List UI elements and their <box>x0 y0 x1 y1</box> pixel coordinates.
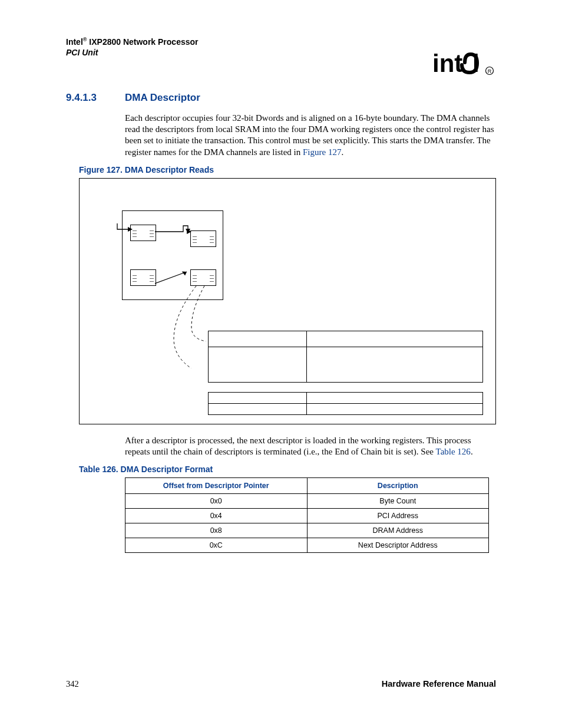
fig-table2-r2c2 <box>306 403 483 415</box>
table-row: 0xC Next Descriptor Address <box>125 538 489 553</box>
svg-text:R: R <box>488 68 492 74</box>
fig-table2-r1c1 <box>208 392 307 404</box>
fig-table2-r2c1 <box>208 403 307 415</box>
dma-descriptor-format-table: Offset from Descriptor Pointer Descripti… <box>125 477 489 553</box>
table-cell: 0x0 <box>125 494 308 509</box>
arrow-1 <box>115 221 133 233</box>
page-number: 342 <box>66 679 79 689</box>
fig-table1-r1c2 <box>306 331 483 347</box>
header-title: Intel® IXP2800 Network Processor PCI Uni… <box>66 37 496 58</box>
page-footer: 342 Hardware Reference Manual <box>66 679 496 689</box>
svg-line-7 <box>155 272 187 284</box>
table-cell: 0x4 <box>125 509 308 523</box>
table-cell: 0x8 <box>125 523 308 538</box>
manual-title: Hardware Reference Manual <box>382 679 496 689</box>
table-caption: Table 126. DMA Descriptor Format <box>79 465 496 474</box>
paragraph-1: Each descriptor occupies four 32-bit Dwo… <box>125 113 496 158</box>
table-cell: PCI Address <box>307 509 489 523</box>
header-line1-prefix: Intel <box>66 37 83 47</box>
table-cell: DRAM Address <box>307 523 489 538</box>
intel-logo: int l R <box>432 48 496 83</box>
fig-table1-r3c2 <box>306 368 483 383</box>
table-row: 0x8 DRAM Address <box>125 523 489 538</box>
fig-table1-r2c2 <box>306 347 483 369</box>
section-title: DMA Descriptor <box>125 92 200 103</box>
table-cell: 0xC <box>125 538 308 553</box>
section-number: 9.4.1.3 <box>66 92 125 104</box>
register-box-4 <box>190 269 216 286</box>
table-header-offset: Offset from Descriptor Pointer <box>125 478 308 494</box>
arrow-2 <box>155 221 196 239</box>
page-header: Intel® IXP2800 Network Processor PCI Uni… <box>66 37 496 90</box>
register-box-3 <box>130 269 156 286</box>
fig-table1-r3c1 <box>208 368 307 383</box>
svg-text:int: int <box>432 50 462 77</box>
para2-text: After a descriptor is processed, the nex… <box>125 436 471 456</box>
para2-tail: . <box>471 447 473 456</box>
figure-caption: Figure 127. DMA Descriptor Reads <box>79 165 496 174</box>
table-row: 0x0 Byte Count <box>125 494 489 509</box>
fig-table1-r1c1 <box>208 331 307 347</box>
table-row: 0x4 PCI Address <box>125 509 489 523</box>
table-cell: Next Descriptor Address <box>307 538 489 553</box>
paragraph-2: After a descriptor is processed, the nex… <box>125 435 496 457</box>
header-line2: PCI Unit <box>66 48 98 57</box>
fig-table1-r2c1 <box>208 347 307 369</box>
table-cell: Byte Count <box>307 494 489 509</box>
svg-marker-4 <box>128 227 133 232</box>
table-126-link[interactable]: Table 126 <box>436 447 471 456</box>
table-header-description: Description <box>307 478 489 494</box>
header-line1-suffix: IXP2800 Network Processor <box>87 37 198 47</box>
section-heading: 9.4.1.3DMA Descriptor <box>66 92 496 104</box>
para1-tail: . <box>341 147 343 157</box>
register-box-1 <box>130 225 156 241</box>
figure-127 <box>79 178 496 424</box>
arrow-3 <box>155 267 193 287</box>
fig-table2-r1c2 <box>306 392 483 404</box>
figure-127-link[interactable]: Figure 127 <box>303 147 341 157</box>
